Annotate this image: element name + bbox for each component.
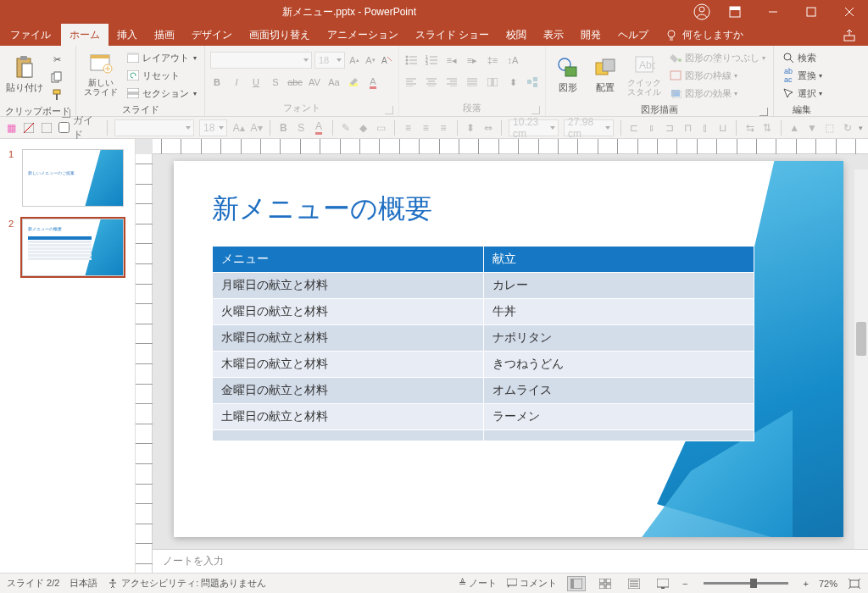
new-slide-button[interactable]: 新しいスライド (81, 47, 120, 102)
table-cell[interactable]: 金曜日の献立と材料 (213, 378, 484, 404)
zoom-out[interactable]: − (682, 579, 687, 589)
slide-canvas[interactable]: 新メニューの概要 メニュー 献立 月曜日の献立と材料カレー 火曜日の献立と材料牛… (174, 161, 843, 537)
italic-icon[interactable]: I (230, 75, 243, 89)
font-size-combo[interactable]: 18 (314, 52, 345, 69)
table-cell[interactable]: 月曜日の献立と材料 (213, 273, 484, 299)
arrange-button[interactable]: 配置 (588, 47, 622, 102)
thumb-1[interactable]: 新しいメニューのご提案 (22, 149, 124, 207)
font-launcher[interactable] (385, 106, 393, 114)
align-center-icon[interactable] (425, 75, 438, 89)
qat-al4[interactable]: ⊓ (682, 121, 694, 135)
status-notes[interactable]: ≜ ノート (459, 577, 497, 590)
qat-al2[interactable]: ⫾ (646, 121, 659, 135)
tab-review[interactable]: 校閲 (498, 24, 535, 46)
table-cell[interactable]: 牛丼 (483, 299, 754, 325)
fit-window-icon[interactable] (848, 577, 861, 590)
tab-design[interactable]: デザイン (183, 24, 241, 46)
slide-table[interactable]: メニュー 献立 月曜日の献立と材料カレー 火曜日の献立と材料牛丼 水曜日の献立と… (212, 246, 754, 441)
table-header-meal[interactable]: 献立 (483, 247, 754, 273)
grow-font-icon[interactable]: A▴ (348, 53, 361, 67)
notes-pane[interactable]: ノートを入力 (153, 549, 868, 573)
select-button[interactable]: 選択▾ (779, 85, 825, 102)
qat-back[interactable]: ▼ (806, 121, 819, 135)
table-cell[interactable]: オムライス (483, 378, 754, 404)
align-text-icon[interactable]: ⬍ (506, 75, 520, 89)
zoom-slider[interactable] (704, 582, 788, 585)
qat-dist[interactable]: ⇔ (481, 121, 494, 135)
status-lang[interactable]: 日本語 (70, 577, 97, 590)
tab-insert[interactable]: 挿入 (108, 24, 146, 46)
replace-button[interactable]: abac置換▾ (779, 67, 825, 84)
table-cell[interactable]: ナポリタン (483, 325, 754, 352)
paste-button[interactable]: 貼り付け (5, 47, 44, 102)
section-button[interactable]: セクション▾ (124, 85, 199, 102)
qat-al5[interactable]: ⫿ (698, 121, 711, 135)
cut-button[interactable]: ✂ (47, 51, 66, 68)
copy-button[interactable] (47, 69, 66, 86)
tab-transition[interactable]: 画面切り替え (241, 24, 319, 46)
table-cell[interactable]: 水曜日の献立と材料 (213, 325, 484, 352)
qat-width[interactable]: 10.23 cm (509, 119, 559, 136)
paragraph-launcher[interactable] (531, 106, 540, 114)
table-cell[interactable]: きつねうどん (483, 352, 754, 378)
tab-draw[interactable]: 描画 (146, 24, 183, 46)
bullets-icon[interactable] (404, 53, 418, 67)
qat-align-c[interactable]: ≡ (420, 121, 432, 135)
thumb-2[interactable]: 新メニューの概要 (22, 219, 124, 276)
table-cell[interactable] (483, 430, 754, 441)
qat-al1[interactable]: ⊏ (628, 121, 641, 135)
shrink-font-icon[interactable]: A▾ (364, 53, 377, 67)
table-header-menu[interactable]: メニュー (213, 247, 484, 273)
table-cell[interactable] (213, 430, 484, 441)
shape-outline-button[interactable]: 図形の枠線▾ (666, 67, 768, 84)
view-sorter-icon[interactable] (596, 576, 615, 591)
maximize-icon[interactable] (792, 0, 830, 24)
ribbon-display-icon[interactable] (715, 0, 754, 24)
qat-height[interactable]: 27.98 cm (564, 119, 614, 136)
tab-animation[interactable]: アニメーション (319, 24, 407, 46)
qat-shadow[interactable]: S (295, 121, 308, 135)
tell-me[interactable]: 何をしますか (657, 24, 752, 46)
tab-home[interactable]: ホーム (61, 24, 108, 46)
zoom-value[interactable]: 72% (819, 579, 837, 589)
qat-distv[interactable]: ⇅ (761, 121, 774, 135)
slide-title[interactable]: 新メニューの概要 (212, 191, 432, 228)
qat-icon-1[interactable]: ▦ (5, 121, 18, 135)
reset-button[interactable]: リセット (124, 67, 199, 84)
char-spacing-icon[interactable]: AV (308, 75, 321, 89)
tab-slideshow[interactable]: スライド ショー (407, 24, 498, 46)
shapes-button[interactable]: 図形 (551, 47, 585, 102)
qat-group[interactable]: ⬚ (823, 121, 836, 135)
bold-icon[interactable]: B (210, 75, 224, 89)
align-right-icon[interactable] (445, 75, 459, 89)
qat-rotate[interactable]: ↻ (841, 121, 854, 135)
qat-al6[interactable]: ⊔ (716, 121, 729, 135)
status-comments[interactable]: コメント (507, 577, 557, 590)
highlight-icon[interactable] (347, 75, 360, 89)
underline-icon[interactable]: U (249, 75, 263, 89)
qat-fontsize-combo[interactable]: 18 (199, 119, 227, 136)
qat-outline[interactable]: ▭ (375, 121, 387, 135)
qat-fontcolor[interactable]: A (313, 121, 326, 135)
font-family-combo[interactable] (210, 52, 312, 69)
vertical-scrollbar[interactable] (854, 169, 868, 549)
account-icon[interactable] (688, 0, 715, 24)
smartart-icon[interactable] (526, 75, 540, 89)
close-icon[interactable] (830, 0, 868, 24)
tab-help[interactable]: ヘルプ (609, 24, 657, 46)
columns-icon[interactable] (486, 75, 499, 89)
strike-icon[interactable]: abc (288, 75, 302, 89)
justify-icon[interactable] (465, 75, 479, 89)
table-cell[interactable]: 火曜日の献立と材料 (213, 299, 484, 325)
text-direction-icon[interactable]: ↕A (506, 53, 520, 67)
table-cell[interactable]: 土曜日の献立と材料 (213, 404, 484, 430)
indent-inc-icon[interactable]: ≡▸ (465, 53, 479, 67)
zoom-in[interactable]: + (804, 579, 809, 589)
minimize-icon[interactable] (754, 0, 792, 24)
change-case-icon[interactable]: Aa (327, 75, 341, 89)
layout-button[interactable]: レイアウト▾ (124, 49, 199, 66)
qat-overflow[interactable]: ▾ (859, 124, 863, 132)
qat-align-l[interactable]: ≡ (402, 121, 415, 135)
tab-developer[interactable]: 開発 (572, 24, 609, 46)
numbering-icon[interactable]: 123 (425, 53, 438, 67)
